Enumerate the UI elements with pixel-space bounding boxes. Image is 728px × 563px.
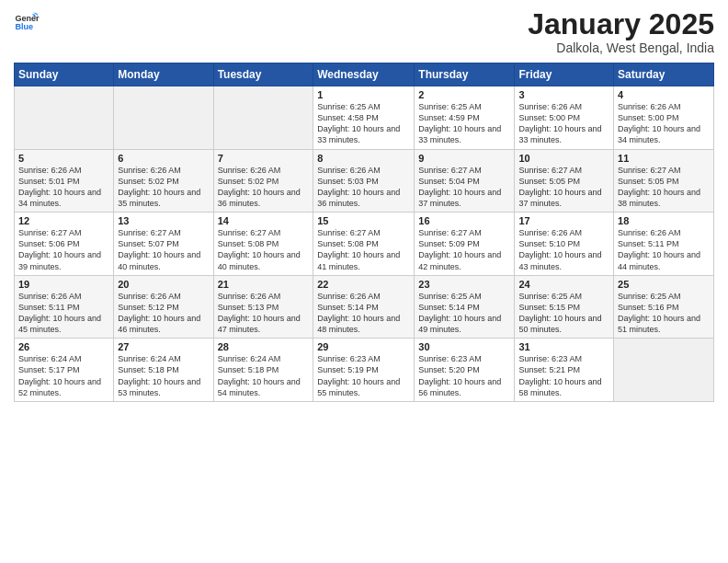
day-number: 6 (118, 153, 209, 164)
day-info: Sunrise: 6:27 AMSunset: 5:08 PMDaylight:… (317, 227, 410, 272)
weekday-header-monday: Monday (114, 63, 213, 86)
day-info: Sunrise: 6:24 AMSunset: 5:18 PMDaylight:… (118, 353, 209, 398)
calendar-cell: 13Sunrise: 6:27 AMSunset: 5:07 PMDayligh… (114, 213, 213, 276)
day-info: Sunrise: 6:26 AMSunset: 5:01 PMDaylight:… (18, 165, 109, 210)
day-info: Sunrise: 6:26 AMSunset: 5:02 PMDaylight:… (118, 165, 209, 210)
day-number: 12 (18, 215, 109, 226)
day-info: Sunrise: 6:27 AMSunset: 5:08 PMDaylight:… (218, 227, 310, 272)
day-info: Sunrise: 6:25 AMSunset: 4:58 PMDaylight:… (317, 101, 410, 146)
calendar-cell: 25Sunrise: 6:25 AMSunset: 5:16 PMDayligh… (614, 275, 714, 339)
day-number: 8 (317, 153, 410, 164)
day-info: Sunrise: 6:27 AMSunset: 5:04 PMDaylight:… (418, 165, 510, 210)
calendar-cell: 24Sunrise: 6:25 AMSunset: 5:15 PMDayligh… (515, 275, 614, 339)
day-info: Sunrise: 6:26 AMSunset: 5:11 PMDaylight:… (18, 291, 109, 336)
day-number: 11 (618, 153, 710, 164)
calendar-cell: 5Sunrise: 6:26 AMSunset: 5:01 PMDaylight… (15, 149, 114, 213)
day-number: 20 (118, 279, 209, 290)
day-number: 26 (18, 341, 109, 352)
day-number: 17 (518, 215, 609, 226)
calendar-cell: 27Sunrise: 6:24 AMSunset: 5:18 PMDayligh… (114, 339, 213, 402)
day-number: 9 (418, 153, 510, 164)
day-info: Sunrise: 6:26 AMSunset: 5:12 PMDaylight:… (118, 291, 209, 336)
calendar-cell (114, 86, 213, 150)
calendar-cell: 6Sunrise: 6:26 AMSunset: 5:02 PMDaylight… (114, 149, 213, 213)
weekday-header-friday: Friday (515, 63, 614, 86)
weekday-header-saturday: Saturday (614, 63, 714, 86)
title-block: January 2025 Dalkola, West Bengal, India (528, 9, 714, 55)
day-info: Sunrise: 6:23 AMSunset: 5:20 PMDaylight:… (418, 353, 510, 398)
calendar-cell: 3Sunrise: 6:26 AMSunset: 5:00 PMDaylight… (515, 86, 614, 150)
calendar-week-0: 1Sunrise: 6:25 AMSunset: 4:58 PMDaylight… (15, 86, 714, 150)
day-number: 29 (317, 341, 410, 352)
calendar-cell: 21Sunrise: 6:26 AMSunset: 5:13 PMDayligh… (213, 275, 313, 339)
calendar: SundayMondayTuesdayWednesdayThursdayFrid… (14, 63, 714, 402)
calendar-cell: 19Sunrise: 6:26 AMSunset: 5:11 PMDayligh… (15, 275, 114, 339)
day-info: Sunrise: 6:25 AMSunset: 5:16 PMDaylight:… (618, 291, 710, 336)
calendar-cell: 7Sunrise: 6:26 AMSunset: 5:02 PMDaylight… (213, 149, 313, 213)
svg-text:Blue: Blue (15, 22, 33, 31)
calendar-cell: 9Sunrise: 6:27 AMSunset: 5:04 PMDaylight… (415, 149, 515, 213)
calendar-cell: 14Sunrise: 6:27 AMSunset: 5:08 PMDayligh… (213, 213, 313, 276)
day-info: Sunrise: 6:27 AMSunset: 5:09 PMDaylight:… (418, 227, 510, 272)
weekday-header-row: SundayMondayTuesdayWednesdayThursdayFrid… (15, 63, 714, 86)
day-number: 1 (317, 89, 410, 100)
day-info: Sunrise: 6:26 AMSunset: 5:00 PMDaylight:… (618, 101, 710, 146)
weekday-header-thursday: Thursday (415, 63, 515, 86)
weekday-header-wednesday: Wednesday (313, 63, 415, 86)
day-info: Sunrise: 6:24 AMSunset: 5:17 PMDaylight:… (18, 353, 109, 398)
calendar-week-4: 26Sunrise: 6:24 AMSunset: 5:17 PMDayligh… (15, 339, 714, 402)
weekday-header-sunday: Sunday (15, 63, 114, 86)
day-number: 28 (218, 341, 310, 352)
calendar-cell: 15Sunrise: 6:27 AMSunset: 5:08 PMDayligh… (313, 213, 415, 276)
calendar-cell: 1Sunrise: 6:25 AMSunset: 4:58 PMDaylight… (313, 86, 415, 150)
day-info: Sunrise: 6:27 AMSunset: 5:05 PMDaylight:… (518, 165, 609, 210)
logo-icon: General Blue (14, 9, 40, 35)
calendar-cell: 26Sunrise: 6:24 AMSunset: 5:17 PMDayligh… (15, 339, 114, 402)
day-number: 16 (418, 215, 510, 226)
day-number: 7 (218, 153, 310, 164)
day-info: Sunrise: 6:24 AMSunset: 5:18 PMDaylight:… (218, 353, 310, 398)
day-number: 21 (218, 279, 310, 290)
day-number: 22 (317, 279, 410, 290)
calendar-week-3: 19Sunrise: 6:26 AMSunset: 5:11 PMDayligh… (15, 275, 714, 339)
day-number: 2 (418, 89, 510, 100)
day-number: 14 (218, 215, 310, 226)
calendar-cell: 11Sunrise: 6:27 AMSunset: 5:05 PMDayligh… (614, 149, 714, 213)
calendar-cell (15, 86, 114, 150)
day-info: Sunrise: 6:27 AMSunset: 5:06 PMDaylight:… (18, 227, 109, 272)
day-info: Sunrise: 6:23 AMSunset: 5:21 PMDaylight:… (518, 353, 609, 398)
calendar-cell: 4Sunrise: 6:26 AMSunset: 5:00 PMDaylight… (614, 86, 714, 150)
calendar-cell: 30Sunrise: 6:23 AMSunset: 5:20 PMDayligh… (415, 339, 515, 402)
calendar-cell: 2Sunrise: 6:25 AMSunset: 4:59 PMDaylight… (415, 86, 515, 150)
weekday-header-tuesday: Tuesday (213, 63, 313, 86)
calendar-cell: 29Sunrise: 6:23 AMSunset: 5:19 PMDayligh… (313, 339, 415, 402)
calendar-cell: 20Sunrise: 6:26 AMSunset: 5:12 PMDayligh… (114, 275, 213, 339)
calendar-cell: 22Sunrise: 6:26 AMSunset: 5:14 PMDayligh… (313, 275, 415, 339)
day-number: 27 (118, 341, 209, 352)
location: Dalkola, West Bengal, India (528, 40, 714, 55)
month-title: January 2025 (528, 9, 714, 39)
calendar-cell: 31Sunrise: 6:23 AMSunset: 5:21 PMDayligh… (515, 339, 614, 402)
calendar-week-2: 12Sunrise: 6:27 AMSunset: 5:06 PMDayligh… (15, 213, 714, 276)
day-info: Sunrise: 6:26 AMSunset: 5:02 PMDaylight:… (218, 165, 310, 210)
day-info: Sunrise: 6:27 AMSunset: 5:05 PMDaylight:… (618, 165, 710, 210)
day-info: Sunrise: 6:26 AMSunset: 5:10 PMDaylight:… (518, 227, 609, 272)
calendar-cell: 16Sunrise: 6:27 AMSunset: 5:09 PMDayligh… (415, 213, 515, 276)
day-number: 31 (518, 341, 609, 352)
calendar-cell: 28Sunrise: 6:24 AMSunset: 5:18 PMDayligh… (213, 339, 313, 402)
day-number: 25 (618, 279, 710, 290)
calendar-cell: 17Sunrise: 6:26 AMSunset: 5:10 PMDayligh… (515, 213, 614, 276)
day-info: Sunrise: 6:26 AMSunset: 5:00 PMDaylight:… (518, 101, 609, 146)
calendar-cell: 8Sunrise: 6:26 AMSunset: 5:03 PMDaylight… (313, 149, 415, 213)
day-number: 23 (418, 279, 510, 290)
day-number: 5 (18, 153, 109, 164)
day-info: Sunrise: 6:23 AMSunset: 5:19 PMDaylight:… (317, 353, 410, 398)
day-number: 13 (118, 215, 209, 226)
day-info: Sunrise: 6:25 AMSunset: 4:59 PMDaylight:… (418, 101, 510, 146)
day-info: Sunrise: 6:25 AMSunset: 5:15 PMDaylight:… (518, 291, 609, 336)
calendar-week-1: 5Sunrise: 6:26 AMSunset: 5:01 PMDaylight… (15, 149, 714, 213)
logo: General Blue (14, 9, 40, 35)
calendar-cell (614, 339, 714, 402)
calendar-cell: 10Sunrise: 6:27 AMSunset: 5:05 PMDayligh… (515, 149, 614, 213)
calendar-cell: 23Sunrise: 6:25 AMSunset: 5:14 PMDayligh… (415, 275, 515, 339)
